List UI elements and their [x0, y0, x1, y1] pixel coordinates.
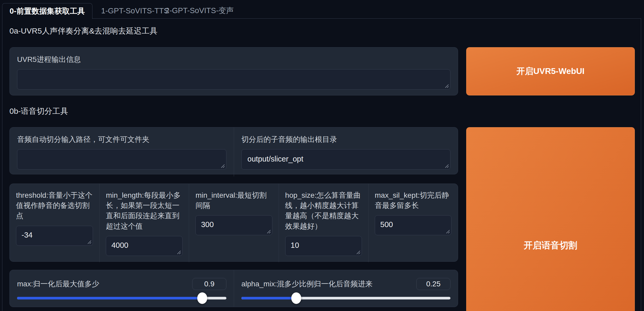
param-max-sil-kept-textarea[interactable]: 500 [375, 215, 451, 235]
max-slider-label: max:归一化后最大值多少 [17, 279, 99, 289]
param-threshold-field: threshold:音量小于这个值视作静音的备选切割点 -34 [10, 184, 99, 262]
param-min-length-wrap: 4000 [106, 236, 183, 256]
section-heading-0b: 0b-语音切分工具 [9, 106, 68, 117]
max-slider-fill [17, 297, 202, 299]
slicer-input-path-wrap [17, 149, 226, 170]
param-hop-size-label: hop_size:怎么算音量曲线，越小精度越大计算量越高（不是精度越大效果越好） [285, 190, 362, 231]
resize-handle-icon[interactable] [177, 250, 181, 255]
param-hop-size-textarea[interactable]: 10 [285, 236, 362, 256]
uvr5-output-group: UVR5进程输出信息 [9, 47, 458, 95]
slicer-output-dir-field: 切分后的子音频的输出根目录 output/slicer_opt [234, 127, 458, 176]
alpha-mix-slider-fill [241, 297, 296, 299]
param-max-sil-kept-field: max_sil_kept:切完后静音最多留多长 500 [368, 184, 458, 262]
param-hop-size-field: hop_size:怎么算音量曲线，越小精度越大计算量越高（不是精度越大效果越好）… [279, 184, 368, 262]
resize-handle-icon[interactable] [267, 229, 271, 234]
alpha-mix-slider-track[interactable] [241, 297, 450, 299]
tab-dataset-tools-label: 0-前置数据集获取工具 [10, 6, 85, 17]
open-uvr5-webui-button[interactable]: 开启UVR5-WebUI [466, 47, 635, 95]
alpha-mix-slider-number-input[interactable] [416, 278, 450, 290]
param-threshold-label: threshold:音量小于这个值视作静音的备选切割点 [16, 190, 93, 221]
max-slider-number-input[interactable] [192, 278, 226, 290]
uvr5-output-label: UVR5进程输出信息 [17, 54, 450, 65]
max-slider-track[interactable] [17, 297, 226, 299]
tab-dataset-tools[interactable]: 0-前置数据集获取工具 [2, 3, 92, 19]
tab-gpt-sovits-tts-label: 1-GPT-SoVITS-TTS [101, 7, 169, 15]
tab-gpt-sovits-vc-label: 2-GPT-SoVITS-变声 [165, 6, 234, 16]
open-slicer-button[interactable]: 开启语音切割 [466, 127, 635, 311]
resize-handle-icon[interactable] [356, 250, 361, 255]
alpha-mix-slider-thumb[interactable] [291, 292, 301, 304]
param-min-interval-wrap: 300 [195, 215, 272, 235]
section-heading-0a: 0a-UVR5人声伴奏分离&去混响去延迟工具 [9, 26, 157, 36]
slicer-input-path-textarea[interactable] [17, 149, 226, 170]
param-min-length-textarea[interactable]: 4000 [106, 236, 183, 256]
tab-gpt-sovits-vc[interactable]: 2-GPT-SoVITS-变声 [165, 3, 234, 18]
slicer-output-dir-label: 切分后的子音频的输出根目录 [241, 134, 450, 144]
alpha-mix-slider-field: alpha_mix:混多少比例归一化后音频进来 [234, 270, 458, 307]
slicer-output-dir-wrap: output/slicer_opt [241, 149, 450, 170]
param-min-interval-label: min_interval:最短切割间隔 [195, 190, 272, 211]
uvr5-output-textarea[interactable] [17, 69, 450, 90]
resize-handle-icon[interactable] [221, 164, 225, 168]
param-min-interval-textarea[interactable]: 300 [195, 215, 272, 235]
tab-gpt-sovits-tts[interactable]: 1-GPT-SoVITS-TTS [101, 3, 169, 18]
param-min-interval-field: min_interval:最短切割间隔 300 [189, 184, 278, 262]
alpha-mix-slider-label: alpha_mix:混多少比例归一化后音频进来 [241, 279, 372, 289]
param-max-sil-kept-wrap: 500 [375, 215, 451, 235]
slicer-input-path-field: 音频自动切分输入路径，可文件可文件夹 [10, 127, 234, 176]
param-threshold-wrap: -34 [16, 226, 93, 246]
slicer-sliders-group: max:归一化后最大值多少 alpha_mix:混多少比例归一化后音频进来 [9, 270, 458, 307]
slicer-input-path-label: 音频自动切分输入路径，可文件可文件夹 [17, 134, 226, 144]
slicer-params-group: threshold:音量小于这个值视作静音的备选切割点 -34 min_leng… [9, 184, 458, 262]
resize-handle-icon[interactable] [445, 164, 449, 168]
slicer-paths-group: 音频自动切分输入路径，可文件可文件夹 切分后的子音频的输出根目录 output/… [9, 127, 458, 174]
resize-handle-icon[interactable] [87, 240, 92, 244]
alpha-mix-slider-head: alpha_mix:混多少比例归一化后音频进来 [241, 278, 450, 290]
max-slider-head: max:归一化后最大值多少 [17, 278, 226, 290]
param-threshold-textarea[interactable]: -34 [16, 226, 93, 246]
slicer-output-dir-textarea[interactable]: output/slicer_opt [241, 149, 450, 170]
resize-handle-icon[interactable] [446, 229, 450, 234]
app-root: 0-前置数据集获取工具 1-GPT-SoVITS-TTS 2-GPT-SoVIT… [0, 0, 644, 311]
uvr5-output-field [17, 69, 450, 90]
max-slider-field: max:归一化后最大值多少 [10, 270, 234, 307]
param-hop-size-wrap: 10 [285, 236, 362, 256]
param-max-sil-kept-label: max_sil_kept:切完后静音最多留多长 [375, 190, 451, 211]
param-min-length-field: min_length:每段最小多长，如果第一段太短一直和后面段连起来直到超过这个… [99, 184, 189, 262]
max-slider-thumb[interactable] [197, 292, 207, 304]
resize-handle-icon[interactable] [445, 84, 449, 88]
param-min-length-label: min_length:每段最小多长，如果第一段太短一直和后面段连起来直到超过这个… [106, 190, 183, 231]
